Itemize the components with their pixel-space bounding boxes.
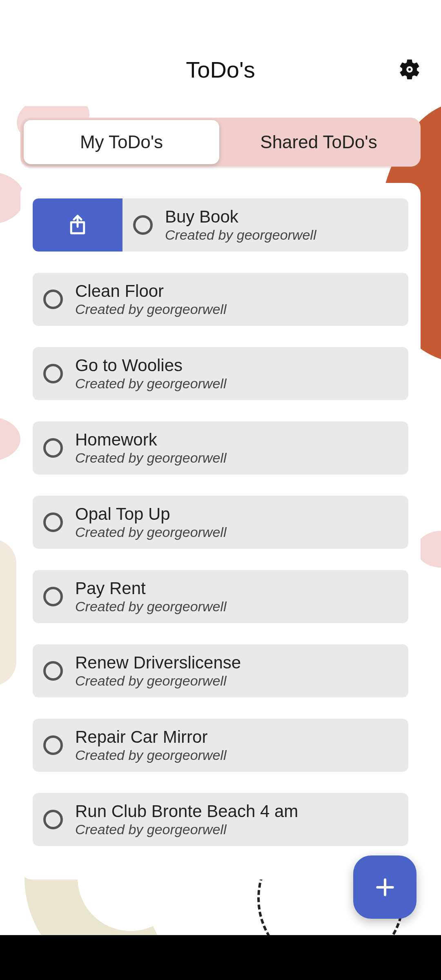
gear-icon xyxy=(398,58,421,81)
todo-list-card: Buy BookCreated by georgeorwellClean Flo… xyxy=(20,183,421,880)
todo-checkbox[interactable] xyxy=(43,810,63,829)
tab-shared-todos[interactable]: Shared ToDo's xyxy=(221,121,416,163)
settings-button[interactable] xyxy=(395,55,424,84)
todo-text: Clean FloorCreated by georgeorwell xyxy=(75,281,226,317)
tab-label: Shared ToDo's xyxy=(260,132,377,152)
todo-subtitle: Created by georgeorwell xyxy=(75,822,298,837)
todo-item[interactable]: Repair Car MirrorCreated by georgeorwell xyxy=(33,719,408,772)
todo-subtitle: Created by georgeorwell xyxy=(75,376,226,392)
todo-text: Opal Top UpCreated by georgeorwell xyxy=(75,504,226,540)
todo-subtitle: Created by georgeorwell xyxy=(75,747,226,763)
todo-item[interactable]: HomeworkCreated by georgeorwell xyxy=(33,421,408,474)
todo-body: Renew DriverslicenseCreated by georgeorw… xyxy=(33,653,408,688)
todo-body: Go to WooliesCreated by georgeorwell xyxy=(33,356,408,391)
todo-text: Go to WooliesCreated by georgeorwell xyxy=(75,356,226,391)
share-action[interactable] xyxy=(33,198,122,252)
plus-icon xyxy=(374,876,396,899)
todo-title: Buy Book xyxy=(165,207,316,227)
system-nav-area xyxy=(0,935,441,980)
todo-body: Buy BookCreated by georgeorwell xyxy=(122,207,408,243)
todo-title: Renew Driverslicense xyxy=(75,653,241,673)
todo-body: Clean FloorCreated by georgeorwell xyxy=(33,281,408,317)
todo-body: Run Club Bronte Beach 4 amCreated by geo… xyxy=(33,802,408,837)
todo-item[interactable]: Go to WooliesCreated by georgeorwell xyxy=(33,347,408,400)
todo-subtitle: Created by georgeorwell xyxy=(165,227,316,243)
todo-body: HomeworkCreated by georgeorwell xyxy=(33,430,408,466)
todo-subtitle: Created by georgeorwell xyxy=(75,301,226,317)
todo-item[interactable]: Renew DriverslicenseCreated by georgeorw… xyxy=(33,644,408,697)
todo-body: Pay RentCreated by georgeorwell xyxy=(33,579,408,614)
todo-title: Repair Car Mirror xyxy=(75,727,226,747)
tabs-segmented: My ToDo's Shared ToDo's xyxy=(20,118,421,167)
todo-item[interactable]: Buy BookCreated by georgeorwell xyxy=(33,198,408,252)
nav-pill xyxy=(172,965,270,970)
todo-checkbox[interactable] xyxy=(43,661,63,681)
todo-title: Opal Top Up xyxy=(75,504,226,524)
svg-point-5 xyxy=(408,68,411,71)
todo-title: Run Club Bronte Beach 4 am xyxy=(75,802,298,821)
todo-checkbox[interactable] xyxy=(43,512,63,532)
todo-item[interactable]: Clean FloorCreated by georgeorwell xyxy=(33,273,408,326)
todo-subtitle: Created by georgeorwell xyxy=(75,524,226,540)
todo-text: HomeworkCreated by georgeorwell xyxy=(75,430,226,466)
todo-body: Repair Car MirrorCreated by georgeorwell xyxy=(33,727,408,763)
todo-title: Pay Rent xyxy=(75,579,226,598)
todo-text: Pay RentCreated by georgeorwell xyxy=(75,579,226,614)
todo-item[interactable]: Opal Top UpCreated by georgeorwell xyxy=(33,496,408,549)
todo-title: Homework xyxy=(75,430,226,450)
todo-subtitle: Created by georgeorwell xyxy=(75,599,226,615)
share-icon xyxy=(67,214,89,236)
todo-checkbox[interactable] xyxy=(43,587,63,606)
todo-checkbox[interactable] xyxy=(43,735,63,755)
todo-subtitle: Created by georgeorwell xyxy=(75,673,241,689)
todo-text: Run Club Bronte Beach 4 amCreated by geo… xyxy=(75,802,298,837)
tab-my-todos[interactable]: My ToDo's xyxy=(24,120,219,164)
todo-subtitle: Created by georgeorwell xyxy=(75,450,226,466)
todo-checkbox[interactable] xyxy=(43,290,63,309)
todo-checkbox[interactable] xyxy=(43,438,63,458)
todo-checkbox[interactable] xyxy=(133,215,153,235)
app-header: ToDo's xyxy=(0,33,441,106)
todo-item[interactable]: Pay RentCreated by georgeorwell xyxy=(33,570,408,623)
tab-label: My ToDo's xyxy=(80,132,163,152)
todo-body: Opal Top UpCreated by georgeorwell xyxy=(33,504,408,540)
todo-item[interactable]: Run Club Bronte Beach 4 amCreated by geo… xyxy=(33,793,408,846)
todo-title: Go to Woolies xyxy=(75,356,226,375)
todo-text: Buy BookCreated by georgeorwell xyxy=(165,207,316,243)
add-todo-button[interactable] xyxy=(353,855,416,919)
todo-title: Clean Floor xyxy=(75,281,226,301)
todo-text: Renew DriverslicenseCreated by georgeorw… xyxy=(75,653,241,688)
page-title: ToDo's xyxy=(186,56,255,83)
todo-checkbox[interactable] xyxy=(43,364,63,383)
todo-text: Repair Car MirrorCreated by georgeorwell xyxy=(75,727,226,763)
